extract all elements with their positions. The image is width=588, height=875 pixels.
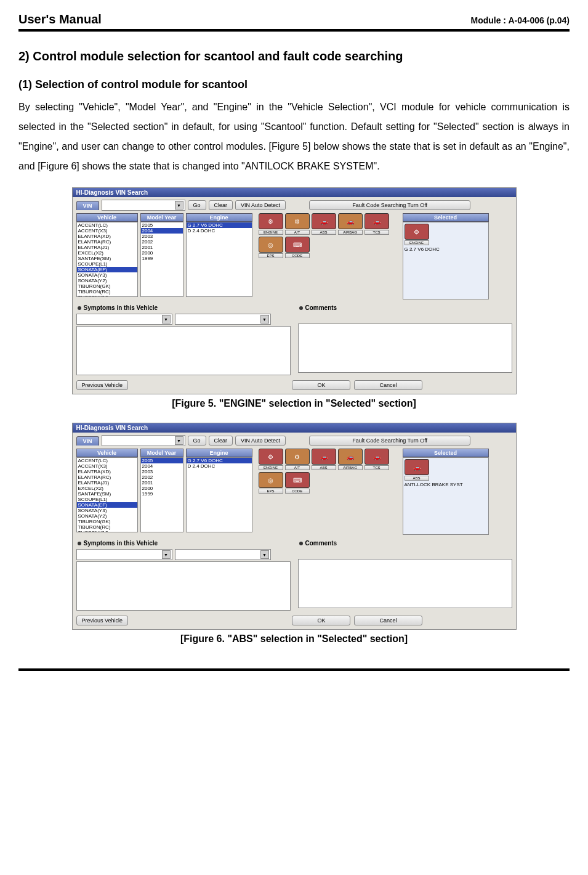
module-icon-at[interactable]: ⚙A/T: [285, 449, 310, 470]
vehicle-listbox[interactable]: ACCENT(LC)ACCENT(X3)ELANTRA(XD)ELANTRA(R…: [76, 222, 138, 297]
list-item[interactable]: SONATA(EF): [77, 267, 137, 272]
list-item[interactable]: D 2.4 DOHC: [187, 463, 252, 469]
list-item[interactable]: G 2.7 V6 DOHC: [187, 222, 252, 228]
list-item[interactable]: 2001: [141, 245, 183, 250]
list-item[interactable]: G 2.7 V6 DOHC: [187, 458, 252, 463]
module-icon-tcs[interactable]: 🚗TCS: [364, 449, 389, 470]
list-item[interactable]: 2003: [141, 469, 183, 474]
icon-label: A/T: [285, 230, 310, 235]
list-item[interactable]: ACCENT(X3): [77, 463, 137, 469]
list-item[interactable]: 2005: [141, 222, 183, 228]
list-item[interactable]: ELANTRA(RC): [77, 239, 137, 245]
list-item[interactable]: 2002: [141, 474, 183, 480]
year-listbox[interactable]: 2005200420032002200120001999: [140, 457, 183, 532]
module-icon-at[interactable]: ⚙A/T: [285, 213, 310, 235]
list-item[interactable]: 2000: [141, 486, 183, 491]
list-item[interactable]: TIBURON(GK): [77, 283, 137, 289]
fault-code-banner-button[interactable]: Fault Code Searching Turn Off: [309, 200, 470, 210]
module-icon-eps[interactable]: ◎EPS: [259, 472, 283, 494]
module-icon-code[interactable]: ⌨CODE: [285, 472, 310, 494]
list-item[interactable]: TIBURON(RC): [77, 289, 137, 295]
module-icon-engine[interactable]: ⚙ENGINE: [259, 213, 283, 235]
list-item[interactable]: 1999: [141, 256, 183, 261]
list-item[interactable]: SCOUPE(L1): [77, 261, 137, 267]
module-icon-eps[interactable]: ◎EPS: [259, 237, 283, 258]
clear-button[interactable]: Clear: [209, 436, 233, 446]
list-item[interactable]: ACCENT(X3): [77, 228, 137, 234]
previous-vehicle-button[interactable]: Previous Vehicle: [76, 616, 129, 625]
module-icon-tcs[interactable]: 🚗TCS: [364, 213, 389, 235]
previous-vehicle-button[interactable]: Previous Vehicle: [76, 380, 129, 390]
list-item[interactable]: 2005: [141, 458, 183, 463]
list-item[interactable]: SONATA(Y2): [77, 278, 137, 283]
list-item[interactable]: 1999: [141, 491, 183, 497]
comments-textarea[interactable]: [298, 559, 512, 608]
list-item[interactable]: ELANTRA(XD): [77, 469, 137, 474]
ok-button[interactable]: OK: [292, 616, 350, 625]
list-item[interactable]: 2000: [141, 250, 183, 256]
list-item[interactable]: TIBURON(GK): [77, 519, 137, 524]
chevron-down-icon: ▼: [260, 550, 269, 559]
go-button[interactable]: Go: [188, 436, 206, 446]
list-item[interactable]: ELANTRA(XD): [77, 234, 137, 239]
module-icon-abs[interactable]: 🚗ABS: [312, 449, 336, 470]
selected-icon-label: ABS: [405, 476, 429, 481]
list-item[interactable]: D 2.4 DOHC: [187, 228, 252, 234]
symptoms-combo-2[interactable]: ▼: [175, 314, 271, 325]
fault-code-banner-button[interactable]: Fault Code Searching Turn Off: [309, 436, 470, 446]
vehicle-listbox[interactable]: ACCENT(LC)ACCENT(X3)ELANTRA(XD)ELANTRA(R…: [76, 457, 138, 532]
list-item[interactable]: EXCEL(X2): [77, 250, 137, 256]
list-item[interactable]: 2002: [141, 239, 183, 245]
vin-combo[interactable]: ▼: [102, 435, 185, 446]
figure5-screenshot: HI-Diagnosis VIN Search VIN ▼ Go Clear V…: [72, 187, 517, 394]
vin-auto-detect-button[interactable]: VIN Auto Detect: [235, 436, 286, 446]
cancel-button[interactable]: Cancel: [354, 616, 422, 625]
module-icon-airbag[interactable]: 🚗AIRBAG: [338, 449, 363, 470]
comments-textarea[interactable]: [298, 324, 512, 373]
selected-text: G 2.7 V6 DOHC: [405, 245, 487, 252]
list-item[interactable]: 2003: [141, 234, 183, 239]
list-item[interactable]: ACCENT(LC): [77, 222, 137, 228]
symptoms-combo-2[interactable]: ▼: [175, 549, 271, 560]
list-item[interactable]: SANTAFE(SM): [77, 491, 137, 497]
list-item[interactable]: ELANTRA(J1): [77, 480, 137, 486]
vin-auto-detect-button[interactable]: VIN Auto Detect: [235, 200, 286, 210]
module-icon-engine[interactable]: ⚙ENGINE: [259, 449, 283, 470]
comments-label: Comments: [298, 537, 512, 548]
clear-button[interactable]: Clear: [209, 200, 233, 210]
list-item[interactable]: SCOUPE(L1): [77, 497, 137, 502]
engine-listbox[interactable]: G 2.7 V6 DOHCD 2.4 DOHC: [186, 222, 252, 297]
list-item[interactable]: ELANTRA(RC): [77, 474, 137, 480]
vin-tab[interactable]: VIN: [76, 436, 99, 446]
list-item[interactable]: 2004: [141, 228, 183, 234]
list-item[interactable]: 2001: [141, 480, 183, 486]
list-item[interactable]: TUCSON(JM): [77, 295, 137, 297]
symptoms-textarea[interactable]: [76, 326, 291, 375]
module-icon-airbag[interactable]: 🚗AIRBAG: [338, 213, 363, 235]
list-item[interactable]: SONATA(Y3): [77, 508, 137, 513]
symptoms-textarea[interactable]: [76, 561, 291, 611]
list-item[interactable]: SANTAFE(SM): [77, 256, 137, 261]
vin-combo[interactable]: ▼: [102, 200, 185, 211]
list-item[interactable]: 2004: [141, 463, 183, 469]
list-item[interactable]: TIBURON(RC): [77, 524, 137, 530]
list-item[interactable]: SONATA(EF): [77, 502, 137, 508]
vin-tab[interactable]: VIN: [76, 201, 99, 210]
module-icon-code[interactable]: ⌨CODE: [285, 237, 310, 258]
module-icon-abs[interactable]: 🚗ABS: [312, 213, 336, 235]
selected-panel: ⚙ ENGINE G 2.7 V6 DOHC: [403, 222, 489, 299]
symptoms-combo-1[interactable]: ▼: [76, 314, 172, 325]
list-item[interactable]: ACCENT(LC): [77, 458, 137, 463]
list-item[interactable]: SONATA(Y3): [77, 272, 137, 278]
list-item[interactable]: TUCSON(JM): [77, 530, 137, 532]
go-button[interactable]: Go: [188, 200, 206, 210]
window-title: HI-Diagnosis VIN Search: [73, 423, 516, 433]
list-item[interactable]: EXCEL(X2): [77, 486, 137, 491]
ok-button[interactable]: OK: [292, 380, 350, 390]
list-item[interactable]: ELANTRA(J1): [77, 245, 137, 250]
symptoms-combo-1[interactable]: ▼: [76, 549, 172, 560]
year-listbox[interactable]: 2005200420032002200120001999: [140, 222, 183, 297]
engine-listbox[interactable]: G 2.7 V6 DOHCD 2.4 DOHC: [186, 457, 252, 532]
cancel-button[interactable]: Cancel: [354, 380, 422, 390]
list-item[interactable]: SONATA(Y2): [77, 513, 137, 519]
